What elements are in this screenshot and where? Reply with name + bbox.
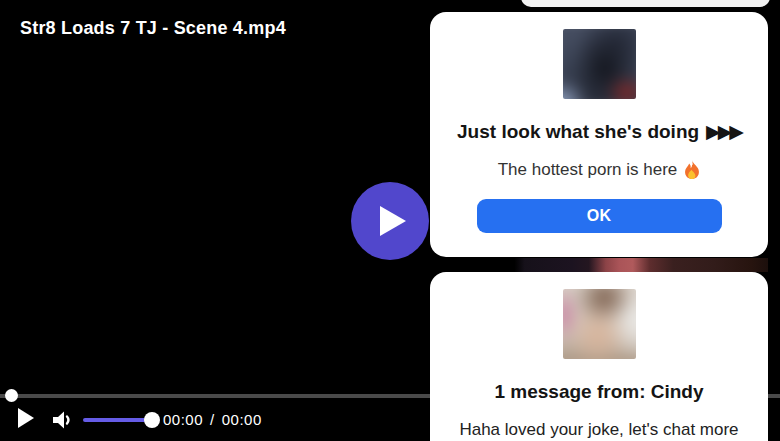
big-play-button[interactable] (351, 182, 429, 260)
chat-message-text: Haha loved your joke, let's chat more (459, 418, 738, 441)
offer-heading-text: Just look what she's doing (457, 121, 699, 142)
chat-heading: 1 message from: Cindy (494, 379, 703, 405)
background-popup-edge[interactable] (521, 0, 770, 7)
chat-message-popup: 1 message from: Cindy Haha loved your jo… (430, 272, 768, 441)
duration: 00:00 (222, 411, 262, 428)
offer-popup: Just look what she's doing▶▶▶ The hottes… (430, 12, 768, 257)
page-thumbnail-sliver (430, 258, 768, 272)
ok-button[interactable]: OK (477, 199, 722, 233)
fire-icon (684, 160, 700, 180)
offer-thumbnail[interactable] (563, 29, 636, 99)
offer-heading: Just look what she's doing▶▶▶ (457, 119, 741, 145)
video-title: Str8 Loads 7 TJ - Scene 4.mp4 (20, 18, 286, 39)
mute-button[interactable] (50, 408, 74, 432)
offer-subtext: The hottest porn is here (498, 158, 701, 182)
offer-thumbnail-image (563, 29, 636, 99)
time-display: 00:00 / 00:00 (163, 411, 262, 428)
progress-thumb[interactable] (5, 389, 18, 402)
volume-slider[interactable] (83, 418, 146, 422)
time-separator: / (210, 411, 215, 428)
chat-thumbnail[interactable] (563, 289, 636, 359)
triple-arrow-icon: ▶▶▶ (706, 121, 741, 142)
play-button[interactable] (18, 408, 36, 428)
volume-thumb[interactable] (144, 412, 160, 428)
offer-subtext-text: The hottest porn is here (498, 158, 678, 182)
play-icon (378, 205, 408, 237)
volume-icon (50, 408, 74, 432)
chat-thumbnail-image (563, 289, 636, 359)
current-time: 00:00 (163, 411, 203, 428)
